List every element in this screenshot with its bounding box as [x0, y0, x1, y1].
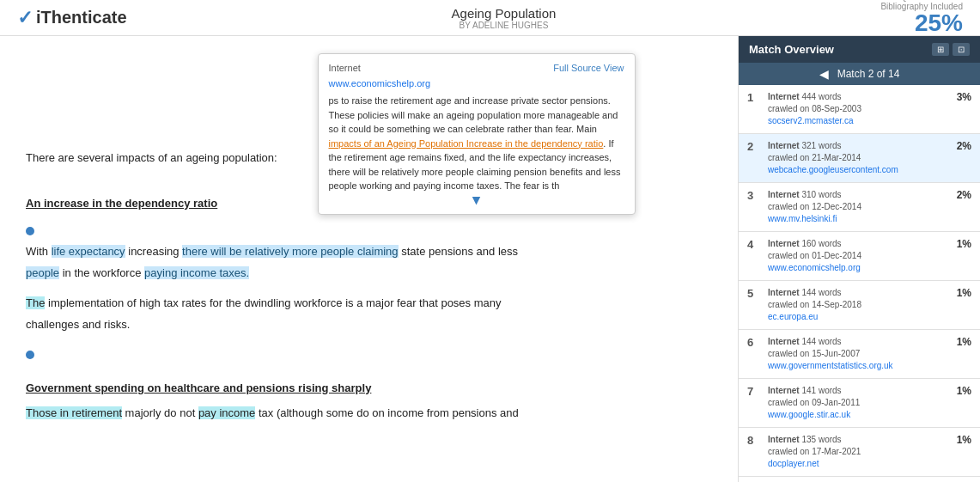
p3-hl1: Those in retirement: [26, 406, 122, 419]
match-item[interactable]: 7 Internet 141 words crawled on 09-Jan-2…: [739, 379, 980, 428]
main-area: Internet Full Source View www.economicsh…: [0, 36, 980, 482]
match-item[interactable]: 6 Internet 144 words crawled on 15-Jun-2…: [739, 330, 980, 379]
match-item[interactable]: 9 Internet 104 words crawled on 17-May-2…: [739, 477, 980, 482]
match-list[interactable]: 1 Internet 444 words crawled on 08-Sep-2…: [739, 85, 980, 482]
popup-text-before: ps to raise the retirement age and incre…: [329, 95, 618, 134]
match-type: Internet 144 words: [768, 336, 940, 348]
match-percent: 1%: [947, 287, 971, 299]
p1-after: state pensions and less: [399, 245, 518, 258]
match-percent: 1%: [947, 385, 971, 397]
match-crawled: crawled on 08-Sep-2003: [768, 103, 940, 115]
match-crawled: crawled on 09-Jan-2011: [768, 397, 940, 409]
p2-after: implementation of high tax rates for the…: [45, 296, 501, 309]
match-type: Internet 160 words: [768, 238, 940, 250]
paragraph1: With life expectancy increasing there wi…: [26, 241, 712, 284]
match-num: 5: [747, 287, 761, 300]
popup-full-source-link[interactable]: Full Source View: [553, 63, 624, 73]
match-crawled: crawled on 12-Dec-2014: [768, 201, 940, 213]
match-item[interactable]: 3 Internet 310 words crawled on 12-Dec-2…: [739, 183, 980, 232]
match-info: Internet 444 words crawled on 08-Sep-200…: [768, 91, 940, 127]
match-url[interactable]: socserv2.mcmaster.ca: [768, 115, 940, 127]
p1-before: With: [26, 245, 52, 258]
logo: ✓ iThenticate: [17, 7, 127, 29]
panel-btn-list[interactable]: ⊡: [953, 43, 970, 56]
p1-line2-after: in the workforce: [59, 266, 144, 279]
anchor-icon-2: [26, 351, 34, 359]
section2-heading-text: Government spending on healthcare and pe…: [26, 378, 371, 398]
p2-line2: challenges and risks.: [26, 318, 130, 331]
match-crawled: crawled on 17-Mar-2021: [768, 446, 940, 458]
section1-heading-text: An increase in the dependency ratio: [26, 193, 217, 213]
match-percent: 1%: [947, 434, 971, 446]
match-type: Internet 310 words: [768, 189, 940, 201]
match-nav-label: Match 2 of 14: [837, 68, 900, 80]
header-center: Ageing Population BY ADELINE HUGHES: [452, 6, 557, 30]
panel-header-buttons[interactable]: ⊞ ⊡: [932, 43, 970, 56]
match-percent: 2%: [947, 140, 971, 152]
match-info: Internet 321 words crawled on 21-Mar-201…: [768, 140, 940, 176]
match-type: Internet 444 words: [768, 91, 940, 103]
panel-header: Match Overview ⊞ ⊡: [739, 36, 980, 63]
paragraph2: The implementation of high tax rates for…: [26, 293, 712, 335]
match-url[interactable]: webcache.googleusercontent.com: [768, 164, 940, 176]
match-crawled: crawled on 15-Jun-2007: [768, 348, 940, 360]
match-type: Internet 141 words: [768, 385, 940, 397]
match-percent: 1%: [947, 238, 971, 250]
p3-hl2: pay income: [198, 406, 255, 419]
match-info: Internet 160 words crawled on 01-Dec-201…: [768, 238, 940, 274]
match-type: Internet 144 words: [768, 287, 940, 299]
panel-title: Match Overview: [749, 43, 834, 56]
p1-mid: increasing: [125, 245, 182, 258]
match-percent: 2%: [947, 189, 971, 201]
p1-hl1: life expectancy: [52, 245, 125, 258]
match-crawled: crawled on 01-Dec-2014: [768, 250, 940, 262]
p1-hl3: people: [26, 266, 59, 279]
popup-url[interactable]: www.economicshelp.org: [329, 78, 624, 88]
match-url[interactable]: www.google.stir.ac.uk: [768, 409, 940, 421]
match-percent: 1%: [947, 336, 971, 348]
p3-after: tax (although some do on income from pen…: [255, 406, 518, 419]
popup-source-label: Internet: [329, 63, 361, 73]
popup-text: ps to raise the retirement age and incre…: [329, 94, 624, 193]
app-header: ✓ iThenticate Ageing Population BY ADELI…: [0, 0, 980, 36]
match-url[interactable]: www.mv.helsinki.fi: [768, 213, 940, 225]
match-item[interactable]: 5 Internet 144 words crawled on 14-Sep-2…: [739, 281, 980, 330]
match-num: 1: [747, 91, 761, 104]
match-url[interactable]: ec.europa.eu: [768, 311, 940, 323]
p2-hl1: The: [26, 296, 45, 309]
p1-hl2: there will be relatively more people cla…: [182, 245, 398, 258]
match-url[interactable]: www.governmentstatistics.org.uk: [768, 360, 940, 372]
match-url[interactable]: www.economicshelp.org: [768, 262, 940, 274]
document-area[interactable]: Internet Full Source View www.economicsh…: [0, 36, 738, 482]
match-info: Internet 310 words crawled on 12-Dec-201…: [768, 189, 940, 225]
popup-highlight: impacts of an Ageing Population Increase…: [329, 138, 604, 149]
p1-hl4: paying income taxes.: [144, 266, 249, 279]
match-info: Internet 135 words crawled on 17-Mar-202…: [768, 434, 940, 470]
match-type: Internet 321 words: [768, 140, 940, 152]
match-item[interactable]: 8 Internet 135 words crawled on 17-Mar-2…: [739, 428, 980, 477]
match-num: 3: [747, 189, 761, 202]
right-panel: Match Overview ⊞ ⊡ ◀ Match 2 of 14 1 Int…: [738, 36, 980, 482]
match-percent: 3%: [947, 91, 971, 103]
match-nav: ◀ Match 2 of 14: [739, 63, 980, 85]
match-info: Internet 144 words crawled on 15-Jun-200…: [768, 336, 940, 372]
logo-check-icon: ✓: [17, 7, 33, 29]
match-num: 6: [747, 336, 761, 349]
match-info: Internet 141 words crawled on 09-Jan-201…: [768, 385, 940, 421]
panel-btn-grid[interactable]: ⊞: [932, 43, 949, 56]
similarity-percent: 25%: [915, 11, 963, 35]
match-num: 4: [747, 238, 761, 251]
match-url[interactable]: docplayer.net: [768, 458, 940, 470]
match-item[interactable]: 4 Internet 160 words crawled on 01-Dec-2…: [739, 232, 980, 281]
match-crawled: crawled on 14-Sep-2018: [768, 299, 940, 311]
match-num: 7: [747, 385, 761, 398]
match-type: Internet 135 words: [768, 434, 940, 446]
section2-heading: Government spending on healthcare and pe…: [26, 366, 712, 403]
match-info: Internet 144 words crawled on 14-Sep-201…: [768, 287, 940, 323]
match-nav-prev-arrow[interactable]: ◀: [819, 67, 829, 81]
match-item[interactable]: 1 Internet 444 words crawled on 08-Sep-2…: [739, 85, 980, 134]
popup-header: Internet Full Source View: [329, 63, 624, 73]
match-num: 8: [747, 434, 761, 447]
match-item[interactable]: 2 Internet 321 words crawled on 21-Mar-2…: [739, 134, 980, 183]
logo-text: iThenticate: [36, 8, 127, 27]
